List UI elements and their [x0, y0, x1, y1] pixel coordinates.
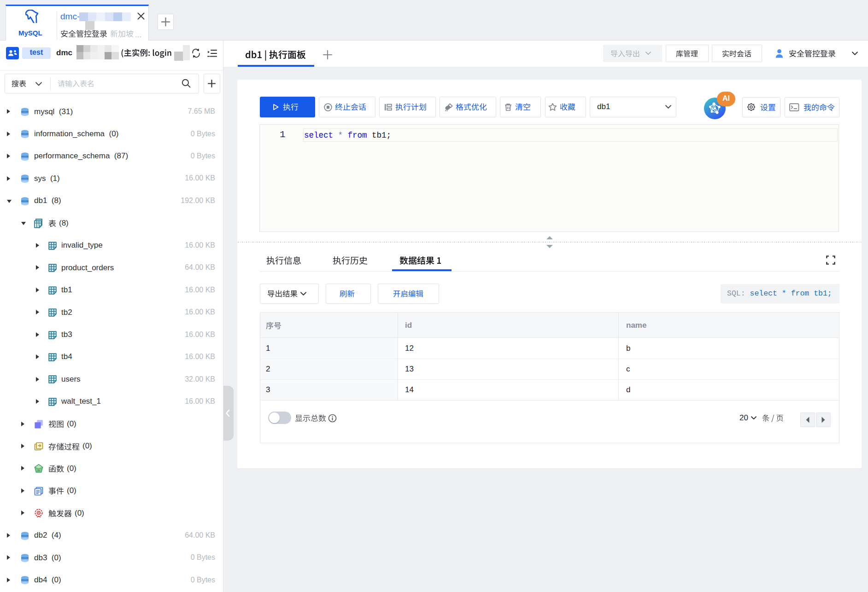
svg-text:fx: fx — [37, 469, 40, 472]
